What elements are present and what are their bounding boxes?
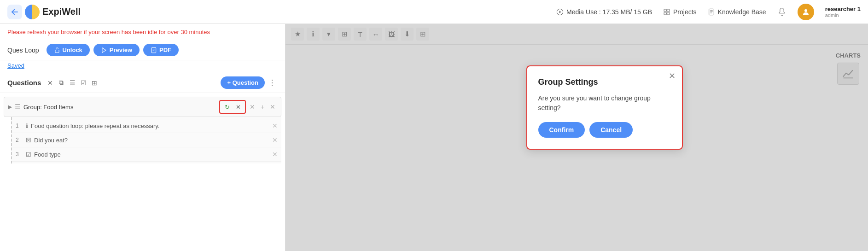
modal-cancel-button[interactable]: Cancel xyxy=(589,122,633,138)
chart-icon xyxy=(842,67,855,80)
questions-copy-icon[interactable]: ⧉ xyxy=(56,77,67,88)
preview-icon xyxy=(101,47,107,53)
right-panel: ★ ℹ ▾ ⊞ T ↔ 🖼 ⬇ ⊞ CHARTS xyxy=(285,24,868,251)
svg-rect-6 xyxy=(709,9,714,15)
rt-text-icon[interactable]: T xyxy=(354,28,367,41)
svg-rect-11 xyxy=(55,50,58,53)
sub-q-info-icon: ℹ xyxy=(26,123,28,129)
preview-button[interactable]: Preview xyxy=(93,44,140,56)
logo-arrow-icon xyxy=(11,8,19,16)
svg-marker-12 xyxy=(102,47,106,53)
header-nav: Media Use : 17.35 MB/ 15 GB Projects Kno… xyxy=(556,4,861,20)
toolbar-row: Ques Loop Unlock Preview PDF xyxy=(0,40,285,60)
group-refresh-icon[interactable]: ↻ xyxy=(222,102,232,112)
group-pin-icon[interactable]: ✕ xyxy=(248,102,257,111)
sub-question-row-2: 2 ☒ Did you eat? ✕ xyxy=(12,133,281,147)
right-toolbar: ★ ℹ ▾ ⊞ T ↔ 🖼 ⬇ ⊞ xyxy=(285,24,868,45)
rt-info-icon[interactable]: ℹ xyxy=(307,28,320,41)
unlock-icon xyxy=(54,47,60,53)
rt-star-icon[interactable]: ★ xyxy=(291,28,304,41)
group-chevron-icon[interactable]: ▶ xyxy=(8,104,12,110)
projects-icon xyxy=(663,8,670,16)
avatar[interactable] xyxy=(798,4,814,20)
svg-point-10 xyxy=(804,9,807,12)
sub-questions: 1 ℹ Food question loop: please repeat as… xyxy=(11,117,281,163)
user-info: researcher 1 admin xyxy=(825,6,861,18)
charts-label: CHARTS xyxy=(836,52,861,59)
media-use: Media Use : 17.35 MB/ 15 GB xyxy=(556,8,652,16)
questions-title: Questions xyxy=(7,79,41,87)
group-x-icon[interactable]: ✕ xyxy=(233,102,243,112)
sub-question-row-1: 1 ℹ Food question loop: please repeat as… xyxy=(12,119,281,133)
logo-text: ExpiWell xyxy=(42,6,81,17)
logo[interactable]: ExpiWell xyxy=(7,5,81,19)
chart-thumbnail[interactable] xyxy=(837,63,859,85)
pdf-button[interactable]: PDF xyxy=(143,44,179,56)
questions-check-icon[interactable]: ☑ xyxy=(78,77,89,88)
rt-separator-icon[interactable]: ↔ xyxy=(369,28,382,41)
group-close-icon[interactable]: ✕ xyxy=(268,102,277,111)
idle-warning: Please refresh your browser if your scre… xyxy=(0,24,285,40)
unlock-button[interactable]: Unlock xyxy=(47,44,90,56)
bell-icon[interactable] xyxy=(777,7,786,17)
group-settings-modal: ✕ Group Settings Are you sure you want t… xyxy=(526,65,683,150)
svg-rect-2 xyxy=(664,9,666,12)
main-layout: Please refresh your browser if your scre… xyxy=(0,24,868,251)
group-label: Group: Food Items xyxy=(23,104,219,111)
svg-rect-4 xyxy=(664,12,666,14)
questions-shuffle-icon[interactable]: ✕ xyxy=(45,77,56,88)
group-list-icon: ☰ xyxy=(15,103,21,111)
sub-q-check-icon: ☑ xyxy=(26,151,31,158)
add-question-button[interactable]: + Question xyxy=(221,76,265,89)
sub-q-close-2[interactable]: ✕ xyxy=(272,136,278,144)
rt-download-icon[interactable]: ⬇ xyxy=(401,28,414,41)
rt-image-icon[interactable]: 🖼 xyxy=(385,28,398,41)
group-add-icon[interactable]: + xyxy=(258,102,267,111)
left-panel: Please refresh your browser if your scre… xyxy=(0,24,285,251)
sub-q-close-1[interactable]: ✕ xyxy=(272,122,278,129)
rt-table-icon[interactable]: ⊞ xyxy=(338,28,351,41)
sub-q-checkbox-icon: ☒ xyxy=(26,137,31,144)
svg-rect-3 xyxy=(667,9,670,12)
group-spacer-icons: ✕ + ✕ xyxy=(248,102,277,111)
book-icon xyxy=(708,8,715,16)
svg-marker-1 xyxy=(559,11,561,13)
modal-body: Are you sure you want to change group se… xyxy=(538,93,671,113)
question-list: ▶ ☰ Group: Food Items ↻ ✕ ✕ + ✕ 1 ℹ F xyxy=(0,93,285,251)
modal-confirm-button[interactable]: Confirm xyxy=(538,122,585,138)
svg-rect-5 xyxy=(667,12,670,14)
sub-q-close-3[interactable]: ✕ xyxy=(272,151,278,158)
sub-question-row-3: 3 ☑ Food type ✕ xyxy=(12,147,281,162)
logo-circle xyxy=(25,5,40,19)
questions-header: Questions ✕ ⧉ ☰ ☑ ⊞ + Question ⋮ xyxy=(0,73,285,93)
modal-actions: Confirm Cancel xyxy=(538,122,671,138)
play-icon xyxy=(556,8,564,16)
rt-grid-icon[interactable]: ⊞ xyxy=(416,28,429,41)
pdf-icon xyxy=(151,47,157,53)
projects-nav[interactable]: Projects xyxy=(663,8,697,16)
more-options-button[interactable]: ⋮ xyxy=(267,77,278,88)
questions-list-icon[interactable]: ☰ xyxy=(67,77,78,88)
header: ExpiWell Media Use : 17.35 MB/ 15 GB Pro… xyxy=(0,0,868,24)
modal-close-button[interactable]: ✕ xyxy=(669,71,676,81)
group-actions: ↻ ✕ xyxy=(219,100,246,114)
ques-loop-label: Ques Loop xyxy=(7,47,39,54)
knowledge-base-nav[interactable]: Knowledge Base xyxy=(708,8,766,16)
modal-title: Group Settings xyxy=(538,77,671,87)
rt-dropdown-icon[interactable]: ▾ xyxy=(322,28,335,41)
group-row: ▶ ☰ Group: Food Items ↻ ✕ ✕ + ✕ xyxy=(4,97,281,117)
charts-section: CHARTS xyxy=(836,52,861,85)
questions-table-icon[interactable]: ⊞ xyxy=(89,77,100,88)
saved-label: Saved xyxy=(0,60,285,73)
